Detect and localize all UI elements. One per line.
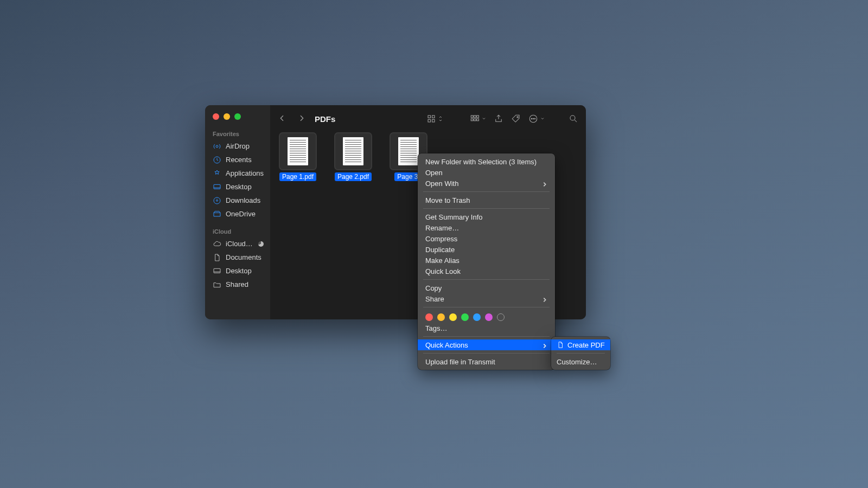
tag-blue[interactable] [473, 313, 481, 321]
svg-rect-10 [474, 115, 476, 118]
sidebar-item-applications[interactable]: Applications [205, 166, 270, 180]
svg-rect-7 [428, 120, 431, 123]
menu-separator [423, 353, 550, 354]
ctx-item-label: Quick Actions [425, 341, 468, 349]
submenu-customize[interactable]: Customize… [551, 356, 610, 367]
ctx-compress[interactable]: Compress [418, 233, 555, 244]
share-button[interactable] [494, 114, 503, 124]
sidebar-item-recents[interactable]: Recents [205, 153, 270, 166]
sidebar-item-label: Recents [226, 156, 252, 164]
ctx-open[interactable]: Open [418, 167, 555, 178]
sidebar-item-label: Applications [226, 169, 264, 177]
sidebar-item-label: AirDrop [226, 142, 250, 150]
ctx-quick-look[interactable]: Quick Look [418, 266, 555, 277]
file-name-label: Page 1.pdf [279, 172, 316, 181]
ctx-item-label: Quick Look [425, 267, 461, 275]
ctx-make-alias[interactable]: Make Alias [418, 255, 555, 266]
ctx-item-label: Rename… [425, 224, 459, 232]
submenu-create-pdf[interactable]: Create PDF [551, 339, 610, 350]
svg-point-0 [216, 145, 218, 147]
sync-progress-icon [258, 241, 264, 247]
svg-point-20 [570, 115, 575, 120]
sidebar-section-favorites: Favorites [205, 127, 270, 139]
tags-button[interactable] [511, 114, 521, 124]
svg-rect-9 [471, 115, 473, 118]
menu-separator [423, 208, 550, 209]
submenu-item-label: Create PDF [567, 341, 605, 349]
ctx-item-label: Open [425, 169, 443, 177]
svg-rect-8 [432, 120, 435, 123]
sidebar-item-shared[interactable]: Shared [205, 278, 270, 291]
ctx-copy[interactable]: Copy [418, 282, 555, 293]
tag-yellow[interactable] [449, 313, 457, 321]
traffic-lights [205, 112, 270, 127]
tag-none[interactable] [497, 313, 505, 321]
search-button[interactable] [569, 114, 578, 124]
ctx-quick-actions[interactable]: Quick Actions [418, 339, 555, 350]
svg-rect-5 [428, 115, 431, 118]
action-button[interactable] [528, 114, 545, 124]
sidebar-item-onedrive[interactable]: OneDrive [205, 207, 270, 221]
file-thumbnail [280, 133, 316, 169]
group-by-button[interactable] [470, 114, 486, 124]
document-icon [557, 341, 564, 349]
forward-button[interactable] [297, 114, 306, 124]
chevron-right-icon [542, 342, 547, 348]
file-item[interactable]: Page 1.pdf [280, 133, 316, 181]
menu-separator [557, 353, 605, 354]
sidebar-item-label: iCloud… [226, 240, 253, 248]
sidebar-item-documents[interactable]: Documents [205, 251, 270, 264]
folder-title: PDFs [315, 114, 335, 124]
minimize-window-button[interactable] [224, 113, 230, 120]
ctx-tags[interactable]: Tags… [418, 323, 555, 333]
svg-rect-2 [214, 184, 220, 189]
file-item[interactable]: Page 2.pdf [335, 133, 371, 181]
sidebar-item-desktop[interactable]: Desktop [205, 180, 270, 194]
ctx-get-summary-info[interactable]: Get Summary Info [418, 211, 555, 222]
ctx-item-label: Share [425, 295, 444, 303]
sidebar-item-label: Documents [226, 253, 261, 261]
menu-separator [423, 191, 550, 192]
svg-rect-11 [477, 115, 479, 118]
svg-rect-14 [477, 119, 479, 121]
submenu-item-label: Customize… [557, 358, 597, 366]
svg-point-18 [533, 118, 534, 119]
sidebar-item-label: Desktop [226, 183, 252, 191]
ctx-new-folder-with-selection[interactable]: New Folder with Selection (3 Items) [418, 156, 555, 167]
svg-point-15 [517, 117, 518, 118]
ctx-share[interactable]: Share [418, 293, 555, 304]
ctx-item-label: Move to Trash [425, 196, 470, 204]
ctx-item-label: Make Alias [425, 256, 459, 265]
svg-rect-6 [432, 115, 435, 118]
back-button[interactable] [278, 114, 286, 124]
sidebar-item-downloads[interactable]: Downloads [205, 194, 270, 207]
sidebar-item-label: OneDrive [226, 210, 256, 218]
tag-red[interactable] [425, 313, 433, 321]
toolbar: PDFs [270, 105, 586, 132]
ctx-rename[interactable]: Rename… [418, 222, 555, 233]
ctx-open-with[interactable]: Open With [418, 178, 555, 189]
sidebar-item-desktop-icloud[interactable]: Desktop [205, 264, 270, 278]
sidebar: Favorites AirDrop Recents Applications D… [205, 105, 270, 319]
svg-point-19 [534, 118, 535, 119]
file-name-label: Page 2.pdf [335, 172, 372, 181]
ctx-item-label: Upload file in Transmit [425, 358, 495, 366]
ctx-upload-transmit[interactable]: Upload file in Transmit [418, 356, 555, 367]
sidebar-section-icloud: iCloud [205, 225, 270, 237]
zoom-window-button[interactable] [234, 113, 241, 120]
sidebar-item-label: Shared [226, 280, 248, 288]
tag-green[interactable] [461, 313, 469, 321]
sidebar-item-label: Desktop [226, 267, 252, 275]
ctx-move-to-trash[interactable]: Move to Trash [418, 195, 555, 206]
svg-point-17 [531, 118, 532, 119]
view-mode-button[interactable] [426, 114, 443, 124]
tag-colors-row [418, 310, 555, 323]
svg-rect-4 [214, 268, 220, 273]
sidebar-item-airdrop[interactable]: AirDrop [205, 139, 270, 153]
tag-purple[interactable] [485, 313, 493, 321]
ctx-duplicate[interactable]: Duplicate [418, 244, 555, 255]
sidebar-item-icloud-drive[interactable]: iCloud… [205, 237, 270, 251]
tag-orange[interactable] [437, 313, 445, 321]
close-window-button[interactable] [213, 113, 219, 120]
ctx-item-label: New Folder with Selection (3 Items) [425, 158, 537, 166]
